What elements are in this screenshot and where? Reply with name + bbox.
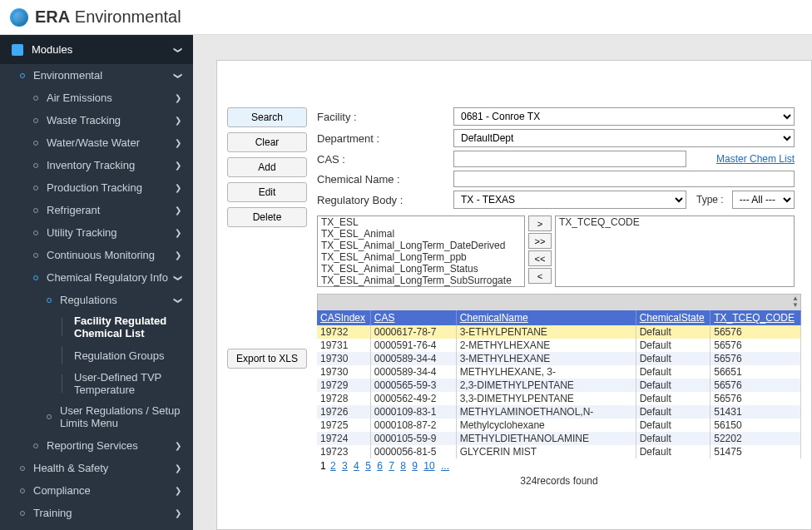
selected-regs-list[interactable]: TX_TCEQ_CODE (555, 215, 795, 287)
app-title: ERA Environmental (35, 7, 181, 27)
sidebar-item-regulation-groups[interactable]: Regulation Groups (0, 343, 193, 368)
table-row[interactable]: 197240000105-59-9METHYLDIETHANOLAMINEDef… (317, 432, 801, 445)
department-label: Department : (317, 132, 450, 145)
action-column: Search Clear Add Edit Delete Export to X… (217, 61, 317, 529)
table-row[interactable]: 197280000562-49-23,3-DIMETHYLPENTANEDefa… (317, 392, 801, 405)
move-buttons: > >> << < (528, 215, 552, 287)
modules-header[interactable]: Modules (0, 35, 193, 64)
chevron-right-icon (175, 183, 181, 192)
cas-input[interactable] (453, 151, 686, 167)
col-header-chemicalname[interactable]: ChemicalName (456, 310, 636, 325)
list-item[interactable]: TX_ESL_Animal_LongTerm_DateDerived (318, 240, 524, 251)
modules-label: Modules (32, 43, 175, 56)
chevron-right-icon (175, 441, 181, 450)
chevron-right-icon (175, 463, 181, 473)
page-link[interactable]: 10 (423, 460, 434, 472)
page-link[interactable]: 6 (377, 460, 383, 472)
chemical-name-label: Chemical Name : (317, 173, 450, 186)
chevron-right-icon (175, 161, 181, 170)
grid-scroll-header: ▲▼ (317, 294, 801, 310)
chevron-down-icon (175, 45, 181, 54)
move-all-right-button[interactable]: >> (528, 233, 552, 249)
move-all-left-button[interactable]: << (528, 250, 552, 266)
list-item[interactable]: TX_ESL_Animal_LongTerm_SubSurrogate (318, 275, 524, 286)
move-right-button[interactable]: > (528, 215, 552, 231)
sidebar: Modules EnvironmentalAir EmissionsWaste … (0, 35, 193, 530)
sidebar-item-production-tracking[interactable]: Production Tracking (0, 176, 193, 199)
sidebar-item-health-safety[interactable]: Health & Safety (0, 457, 193, 479)
master-chem-list-link[interactable]: Master Chem List (716, 153, 795, 165)
list-item[interactable]: TX_ESL_Animal_LongTerm_Status (318, 263, 524, 275)
available-regs-list[interactable]: TX_ESLTX_ESL_AnimalTX_ESL_Animal_LongTer… (317, 215, 525, 287)
page-link[interactable]: 4 (354, 460, 359, 472)
list-item[interactable]: TX_ESL (318, 216, 524, 228)
table-row[interactable]: 197320000617-78-73-ETHYLPENTANEDefault56… (317, 325, 801, 339)
content-area: Search Clear Add Edit Delete Export to X… (193, 35, 812, 530)
page-link[interactable]: 8 (400, 460, 406, 472)
page-link[interactable]: 9 (412, 460, 418, 472)
chemical-name-input[interactable] (453, 171, 795, 187)
sidebar-item-chemical-regulatory-info[interactable]: Chemical Regulatory Info (0, 266, 193, 289)
regulatory-body-label: Regulatory Body : (317, 194, 450, 206)
list-item[interactable]: TX_TCEQ_CODE (556, 216, 794, 228)
sidebar-item-regulations[interactable]: Regulations (0, 289, 193, 311)
delete-button[interactable]: Delete (227, 207, 307, 227)
sidebar-item-training[interactable]: Training (0, 502, 193, 524)
sidebar-item-inventory-tracking[interactable]: Inventory Tracking (0, 154, 193, 176)
page-link[interactable]: 2 (330, 460, 336, 472)
col-header-tx_tceq_code[interactable]: TX_TCEQ_CODE (710, 310, 801, 325)
sidebar-item-continuous-monitoring[interactable]: Continuous Monitoring (0, 244, 193, 266)
sidebar-item-compliance[interactable]: Compliance (0, 479, 193, 502)
col-header-casindex[interactable]: CASIndex (317, 310, 370, 325)
clear-button[interactable]: Clear (227, 132, 307, 152)
edit-button[interactable]: Edit (227, 182, 307, 202)
sidebar-item-reporting-services[interactable]: Reporting Services (0, 434, 193, 457)
chevron-down-icon (175, 295, 181, 305)
page-current: 1 (320, 460, 326, 472)
chevron-down-icon (175, 71, 181, 80)
table-row[interactable]: 197250000108-87-2MethylcyclohexaneDefaul… (317, 419, 801, 432)
table-row[interactable]: 197310000591-76-42-METHYLHEXANEDefault56… (317, 339, 801, 352)
record-count: 324records found (317, 473, 801, 495)
sidebar-item-inspection[interactable]: Inspection (0, 524, 193, 530)
move-left-button[interactable]: < (528, 268, 552, 284)
sidebar-item-user-defined-tvp-temperature[interactable]: User-Defined TVP Temperature (0, 368, 193, 399)
page-link[interactable]: 3 (342, 460, 348, 472)
col-header-cas[interactable]: CAS (370, 310, 456, 325)
page-link[interactable]: 5 (365, 460, 371, 472)
search-button[interactable]: Search (227, 107, 307, 127)
app-header: ERA Environmental (0, 0, 812, 35)
scroll-arrows-icon[interactable]: ▲▼ (792, 295, 799, 309)
sidebar-item-user-regulations-setup-limits-menu[interactable]: User Regulations / Setup Limits Menu (0, 399, 193, 434)
sidebar-item-refrigerant[interactable]: Refrigerant (0, 199, 193, 221)
list-item[interactable]: TX_ESL_Animal_LongTerm_ppb (318, 251, 524, 263)
sidebar-item-facility-regulated-chemical-list[interactable]: Facility Regulated Chemical List (0, 311, 193, 343)
type-select[interactable]: --- All --- (732, 191, 795, 209)
grid-wrapper: ▲▼ CASIndexCASChemicalNameChemicalStateT… (317, 294, 801, 495)
chevron-right-icon (175, 93, 181, 102)
type-label: Type : (696, 194, 724, 206)
chevron-right-icon (175, 138, 181, 147)
table-row[interactable]: 197260000109-83-1METHYLAMINOETHANOL,N-De… (317, 405, 801, 419)
department-select[interactable]: DefaultDept (453, 129, 795, 147)
modules-icon (12, 44, 23, 56)
table-row[interactable]: 197300000589-34-4METHYLHEXANE, 3-Default… (317, 365, 801, 379)
list-item[interactable]: TX_ESL_Animal (318, 228, 524, 240)
regulatory-body-select[interactable]: TX - TEXAS (453, 191, 686, 209)
page-link[interactable]: ... (441, 460, 449, 472)
sidebar-item-waste-tracking[interactable]: Waste Tracking (0, 109, 193, 131)
sidebar-item-water-waste-water[interactable]: Water/Waste Water (0, 131, 193, 154)
table-row[interactable]: 197230000056-81-5GLYCERIN MISTDefault514… (317, 445, 801, 458)
export-xls-button[interactable]: Export to XLS (227, 349, 307, 369)
sidebar-item-air-emissions[interactable]: Air Emissions (0, 87, 193, 109)
col-header-chemicalstate[interactable]: ChemicalState (636, 310, 710, 325)
table-row[interactable]: 197290000565-59-32,3-DIMETHYLPENTANEDefa… (317, 379, 801, 392)
chevron-right-icon (175, 486, 181, 495)
add-button[interactable]: Add (227, 157, 307, 177)
chevron-right-icon (175, 508, 181, 518)
page-link[interactable]: 7 (389, 460, 394, 472)
table-row[interactable]: 197300000589-34-43-METHYLHEXANEDefault56… (317, 352, 801, 365)
sidebar-item-utility-tracking[interactable]: Utility Tracking (0, 221, 193, 244)
facility-select[interactable]: 0681 - Conroe TX (453, 107, 795, 126)
sidebar-item-environmental[interactable]: Environmental (0, 64, 193, 87)
